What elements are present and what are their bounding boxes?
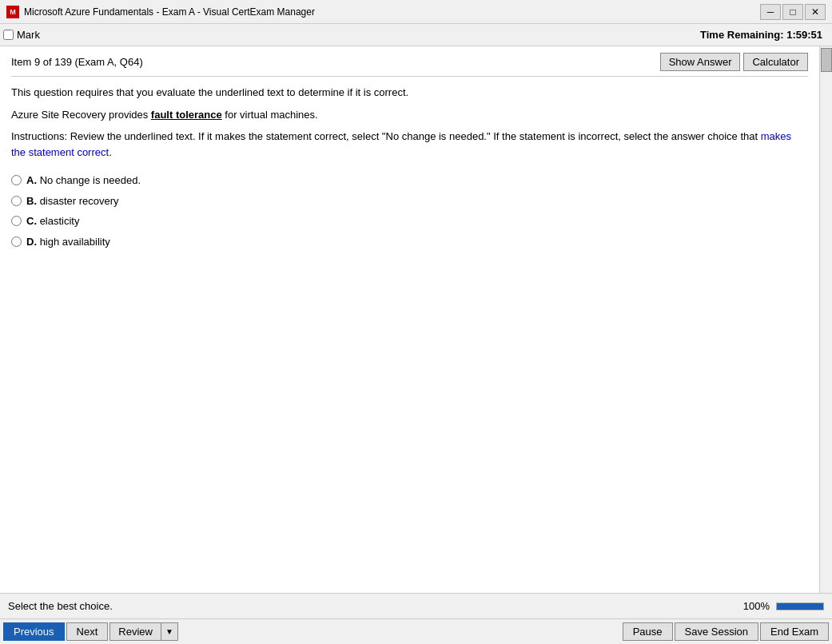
review-button[interactable]: Review [109,622,161,641]
answer-choices: A. No change is needed. B. disaster reco… [11,173,808,249]
content-area: Item 9 of 139 (Exam A, Q64) Show Answer … [0,46,819,593]
choice-D[interactable]: D. high availability [11,234,808,250]
choice-C-radio[interactable] [11,216,22,226]
choice-A-radio[interactable] [11,175,22,185]
status-text: Select the best choice. [8,600,113,612]
item-header: Item 9 of 139 (Exam A, Q64) Show Answer … [11,53,808,77]
mark-label: Mark [17,29,40,41]
previous-button[interactable]: Previous [3,622,65,641]
question-statement: Azure Site Recovery provides fault toler… [11,107,808,123]
maximize-button[interactable]: □ [782,4,803,20]
time-remaining: Time Remaining: 1:59:51 [700,29,829,41]
choice-C-label[interactable]: C. elasticity [26,213,79,229]
minimize-button[interactable]: ─ [760,4,781,20]
bottom-right-buttons: Pause Save Session End Exam [623,622,829,641]
pause-button[interactable]: Pause [623,622,673,641]
zoom-bar-fill [777,603,823,610]
titlebar: M Microsoft Azure Fundamentals - Exam A … [0,0,832,24]
choice-B-radio[interactable] [11,196,22,206]
save-session-button[interactable]: Save Session [675,622,759,641]
end-exam-button[interactable]: End Exam [760,622,829,641]
question-content: This question requires that you evaluate… [11,85,808,249]
time-value: 1:59:51 [786,29,822,41]
next-button[interactable]: Next [66,622,109,641]
zoom-bar [776,602,824,610]
choice-B-label[interactable]: B. disaster recovery [26,193,119,209]
app-icon: M [6,6,19,18]
window-controls: ─ □ ✕ [760,4,826,20]
review-button-group: Review ▼ [109,622,178,641]
show-answer-button[interactable]: Show Answer [660,53,741,71]
mark-checkbox-input[interactable] [3,30,14,40]
main-container: Item 9 of 139 (Exam A, Q64) Show Answer … [0,46,832,593]
scrollbar[interactable] [819,46,832,593]
choice-A[interactable]: A. No change is needed. [11,173,808,189]
calculator-button[interactable]: Calculator [743,53,808,71]
mark-checkbox[interactable]: Mark [3,29,40,41]
question-instructions: Instructions: Review the underlined text… [11,129,808,160]
choice-D-label[interactable]: D. high availability [26,234,110,250]
choice-D-radio[interactable] [11,237,22,247]
close-button[interactable]: ✕ [805,4,826,20]
item-info: Item 9 of 139 (Exam A, Q64) [11,56,143,68]
choice-C[interactable]: C. elasticity [11,213,808,229]
scrollbar-thumb[interactable] [821,48,832,72]
zoom-label: 100% [743,600,770,612]
window-title: Microsoft Azure Fundamentals - Exam A - … [24,6,760,18]
question-intro: This question requires that you evaluate… [11,85,808,101]
bottom-left-buttons: Previous Next Review ▼ [3,622,178,641]
review-dropdown-button[interactable]: ▼ [161,622,178,641]
menubar: Mark Time Remaining: 1:59:51 [0,24,832,46]
choice-B[interactable]: B. disaster recovery [11,193,808,209]
bottom-toolbar: Previous Next Review ▼ Pause Save Sessio… [0,618,832,644]
header-buttons: Show Answer Calculator [660,53,808,71]
status-bar: Select the best choice. 100% [0,593,832,618]
underlined-text: fault tolerance [151,109,222,121]
status-right: 100% [743,600,824,612]
choice-A-label[interactable]: A. No change is needed. [26,173,141,189]
